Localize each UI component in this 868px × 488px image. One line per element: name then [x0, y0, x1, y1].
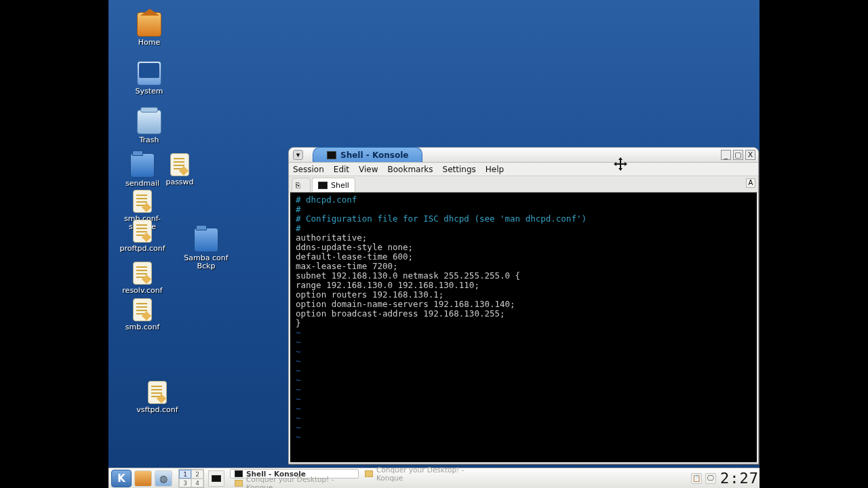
close-button[interactable]: X: [745, 150, 755, 160]
desktop-icon-samba-bckp[interactable]: Samba conf Bckp: [179, 228, 233, 271]
computer-icon: [137, 61, 161, 85]
taskbar-entry-konqueror-1[interactable]: Conquer your Desktop! - Konque: [360, 469, 489, 479]
file-icon: [133, 262, 152, 285]
quicklaunch-home[interactable]: [134, 470, 152, 487]
window-title: Shell - Konsole: [340, 150, 408, 160]
menu-session[interactable]: Session: [293, 165, 324, 174]
trash-icon: [137, 110, 161, 134]
menu-settings[interactable]: Settings: [443, 165, 476, 174]
terminal-icon: [318, 182, 328, 189]
tab-bar: ⎘ Shell A: [289, 176, 758, 192]
menu-help[interactable]: Help: [486, 165, 504, 174]
minimize-button[interactable]: _: [721, 150, 731, 160]
desktop[interactable]: Home System Trash sendmail passwd smb.co…: [108, 0, 760, 488]
desktop-icon-passwd[interactable]: passwd: [153, 153, 207, 187]
file-icon: [133, 190, 152, 213]
taskbar-clock[interactable]: 2:27: [720, 470, 760, 487]
taskbar: K ◍ 1 2 3 4 Shell - Konsole C: [108, 468, 760, 488]
desktop-pager[interactable]: 1 2 3 4: [178, 469, 204, 488]
desktop-icon-proftpd[interactable]: proftpd.conf: [115, 220, 170, 253]
desktop-icon-smb[interactable]: smb.conf: [115, 298, 170, 332]
taskbar-entries: Shell - Konsole Conquer your Desktop! - …: [227, 468, 687, 489]
tray-display-icon[interactable]: 🖵: [705, 473, 716, 484]
desktop-icon-resolv[interactable]: resolv.conf: [115, 262, 170, 296]
menu-bookmarks[interactable]: Bookmarks: [388, 165, 433, 174]
desktop-icon: [212, 475, 221, 482]
home-icon: [137, 12, 161, 37]
terminal-icon: [327, 151, 336, 159]
show-desktop-button[interactable]: [208, 470, 224, 487]
kmenu-button[interactable]: K: [111, 470, 132, 487]
tab-label: Shell: [331, 181, 349, 190]
window-menu-button[interactable]: ▾: [293, 150, 303, 160]
tray-clipboard-icon[interactable]: 📋: [691, 473, 702, 484]
file-icon: [133, 220, 152, 243]
new-tab-icon: ⎘: [296, 181, 300, 190]
taskbar-entry-label: Conquer your Desktop! - Konque: [246, 475, 354, 489]
window-title-tab: Shell - Konsole: [313, 147, 422, 162]
maximize-button[interactable]: ▢: [733, 150, 743, 160]
desktop-icon-system[interactable]: System: [122, 61, 176, 96]
menu-view[interactable]: View: [359, 165, 378, 174]
desktop-icon-trash[interactable]: Trash: [122, 110, 176, 145]
folder-icon: [130, 153, 155, 178]
konqueror-icon: [365, 470, 373, 477]
menu-edit[interactable]: Edit: [334, 165, 349, 174]
terminal-icon: [235, 470, 243, 477]
pager-2[interactable]: 2: [191, 470, 203, 479]
folder-icon: [194, 228, 218, 252]
quicklaunch-browser[interactable]: ◍: [155, 470, 172, 487]
taskbar-entry-konqueror-2[interactable]: Conquer your Desktop! - Konque: [230, 479, 359, 488]
system-tray: 📋 🖵: [687, 473, 720, 484]
file-icon: [170, 153, 189, 176]
tab-side-button[interactable]: A: [746, 178, 755, 188]
tab-shell[interactable]: Shell: [312, 178, 355, 192]
file-icon: [148, 381, 167, 404]
desktop-icon-vsftpd[interactable]: vsftpd.conf: [130, 381, 184, 415]
window-titlebar[interactable]: ▾ Shell - Konsole _ ▢ X: [289, 148, 758, 163]
pager-4[interactable]: 4: [191, 479, 203, 487]
konqueror-icon: [235, 480, 243, 487]
menubar: Session Edit View Bookmarks Settings Hel…: [289, 163, 758, 176]
globe-icon: ◍: [159, 473, 167, 484]
file-icon: [133, 298, 152, 321]
konsole-window[interactable]: ▾ Shell - Konsole _ ▢ X Session Edit Vie…: [288, 147, 759, 464]
pager-3[interactable]: 3: [179, 479, 191, 487]
pager-1[interactable]: 1: [179, 470, 191, 479]
terminal-output[interactable]: # dhcpd.conf # # Configuration file for …: [290, 192, 757, 462]
desktop-icon-home[interactable]: Home: [122, 12, 176, 47]
tab-new-button[interactable]: ⎘: [292, 178, 311, 192]
